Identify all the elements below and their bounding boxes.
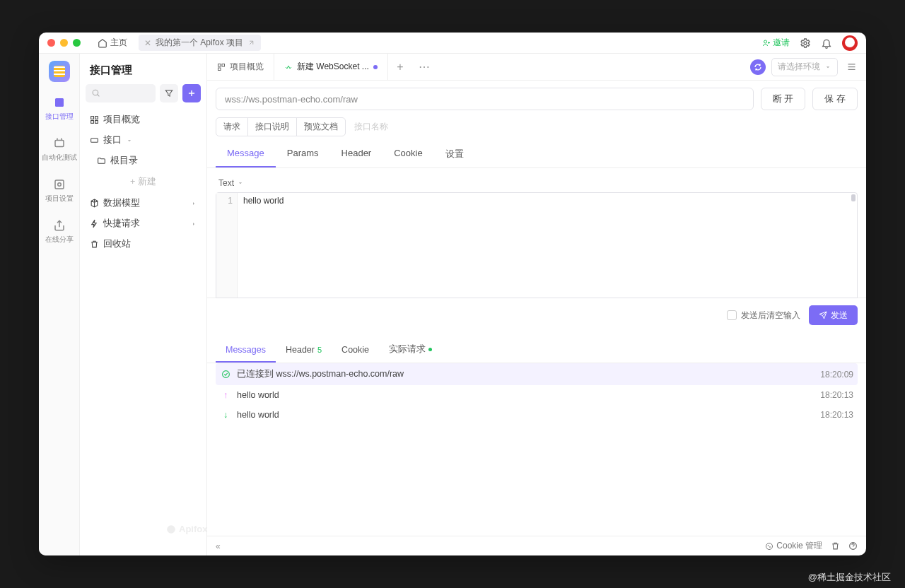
new-tab-button[interactable]: +: [388, 54, 412, 80]
left-rail: 接口管理 自动化测试 项目设置 在线分享: [39, 54, 80, 555]
env-reload-button[interactable]: [750, 59, 766, 75]
rail-automation[interactable]: 自动化测试: [39, 136, 79, 164]
resp-tab-label: 实际请求: [389, 343, 426, 355]
svg-rect-7: [91, 117, 94, 119]
filter-icon: [164, 88, 174, 98]
plus-icon: [187, 88, 197, 98]
tab-more-button[interactable]: ⋯: [412, 54, 436, 80]
editor-gutter: 1: [216, 193, 238, 298]
maximize-window-icon[interactable]: [73, 39, 81, 47]
disconnect-button[interactable]: 断 开: [761, 88, 806, 110]
env-select[interactable]: 请选择环境: [771, 58, 838, 76]
send-button[interactable]: 发送: [809, 305, 858, 325]
statusbar: « Cookie 管理: [207, 536, 866, 555]
menu-icon: [846, 61, 857, 72]
chevron-down-icon: [824, 64, 831, 71]
tabbar: 项目概览 新建 WebSocket ... + ⋯ 请选择环境: [207, 54, 866, 81]
seg-request[interactable]: 请求: [216, 118, 248, 136]
resp-tab-label: Header: [286, 345, 315, 355]
scrollbar-thumb[interactable]: [851, 194, 856, 201]
response-tabs: Messages Header 5 Cookie 实际请求: [207, 338, 866, 363]
search-wrap: [86, 84, 156, 102]
view-segment: 请求 接口说明 预览文档: [216, 117, 346, 136]
svg-rect-10: [95, 121, 98, 124]
message-editor[interactable]: 1 hello world: [216, 192, 858, 298]
env-select-label: 请选择环境: [778, 61, 820, 73]
resp-tab-messages[interactable]: Messages: [216, 338, 276, 363]
log-time: 18:20:13: [820, 390, 853, 400]
save-button[interactable]: 保 存: [812, 88, 858, 110]
tab-overview[interactable]: 项目概览: [207, 54, 274, 80]
minimize-window-icon[interactable]: [60, 39, 68, 47]
help-button[interactable]: [848, 541, 858, 551]
line-number: 1: [216, 196, 233, 206]
app-window: 主页 ✕ 我的第一个 Apifox 项目 邀请 接口管理: [39, 33, 866, 555]
statusbar-right: Cookie 管理: [765, 540, 858, 552]
req-tab-settings[interactable]: 设置: [434, 142, 475, 167]
log-time: 18:20:09: [820, 370, 853, 380]
tab-label: 项目概览: [230, 61, 264, 73]
tree-apis[interactable]: 接口: [84, 130, 202, 151]
checkbox-icon: [727, 310, 737, 320]
resp-tab-header[interactable]: Header 5: [276, 338, 332, 363]
seg-preview[interactable]: 预览文档: [297, 118, 345, 136]
home-button[interactable]: 主页: [93, 35, 132, 51]
svg-point-5: [57, 183, 61, 187]
add-button[interactable]: [182, 84, 201, 102]
tree-models[interactable]: 数据模型: [84, 193, 202, 213]
log-row-connected[interactable]: 已连接到 wss://ws.postman-echo.com/raw 18:20…: [216, 363, 858, 385]
req-tab-cookie[interactable]: Cookie: [383, 142, 433, 167]
cookie-icon: [765, 542, 773, 551]
tree-root-folder[interactable]: 根目录: [84, 151, 202, 171]
tab-label: 新建 WebSocket ...: [297, 61, 369, 73]
titlebar-right: 邀请: [762, 35, 858, 51]
message-type-select[interactable]: Text: [216, 174, 858, 192]
svg-point-17: [768, 545, 769, 546]
tab-websocket[interactable]: 新建 WebSocket ...: [274, 54, 388, 80]
req-tab-header[interactable]: Header: [330, 142, 383, 167]
invite-button[interactable]: 邀请: [762, 37, 790, 49]
notifications-button[interactable]: [821, 37, 832, 49]
app-logo[interactable]: [49, 61, 70, 82]
collapse-sidebar-button[interactable]: «: [216, 541, 221, 551]
filter-button[interactable]: [160, 84, 178, 102]
url-input[interactable]: [216, 88, 754, 110]
close-icon[interactable]: ✕: [144, 38, 151, 48]
cookie-manage-button[interactable]: Cookie 管理: [765, 540, 822, 552]
settings-button[interactable]: [800, 37, 811, 49]
check-circle-icon: [220, 370, 231, 379]
svg-rect-4: [55, 180, 64, 189]
log-row-received[interactable]: ↓ hello world 18:20:13: [216, 405, 858, 425]
project-tab-label: 我的第一个 Apifox 项目: [156, 37, 243, 49]
resp-tab-cookie[interactable]: Cookie: [332, 338, 379, 363]
req-tab-message[interactable]: Message: [216, 142, 276, 167]
send-icon: [819, 311, 827, 319]
api-name-placeholder[interactable]: 接口名称: [351, 121, 388, 133]
req-tab-params[interactable]: Params: [276, 142, 330, 167]
rail-share[interactable]: 在线分享: [39, 218, 79, 246]
user-avatar[interactable]: [842, 35, 858, 51]
seg-description[interactable]: 接口说明: [248, 118, 297, 136]
svg-point-16: [766, 543, 773, 549]
trash-button[interactable]: [831, 541, 840, 551]
clear-after-send-checkbox[interactable]: 发送后清空输入: [727, 310, 800, 322]
tree-quick[interactable]: 快捷请求: [84, 213, 202, 234]
tree-overview[interactable]: 项目概览: [84, 110, 202, 130]
svg-rect-14: [218, 68, 221, 71]
tree-label: 根目录: [110, 155, 138, 167]
hamburger-button[interactable]: [843, 59, 859, 75]
close-window-icon[interactable]: [47, 39, 55, 47]
tree-new-item[interactable]: + 新建: [84, 171, 202, 193]
project-tab[interactable]: ✕ 我的第一个 Apifox 项目: [139, 35, 261, 51]
rail-project-settings[interactable]: 项目设置: [39, 177, 79, 205]
svg-rect-12: [218, 64, 221, 66]
gear-icon: [800, 37, 811, 49]
svg-point-0: [764, 40, 767, 43]
resp-tab-actual[interactable]: 实际请求: [379, 338, 442, 363]
rail-api-management[interactable]: 接口管理: [39, 95, 79, 123]
search-input[interactable]: [86, 84, 156, 102]
editor-content[interactable]: hello world: [238, 193, 857, 298]
tree-trash[interactable]: 回收站: [84, 234, 202, 254]
user-plus-icon: [762, 39, 771, 47]
log-row-sent[interactable]: ↑ hello world 18:20:13: [216, 385, 858, 405]
